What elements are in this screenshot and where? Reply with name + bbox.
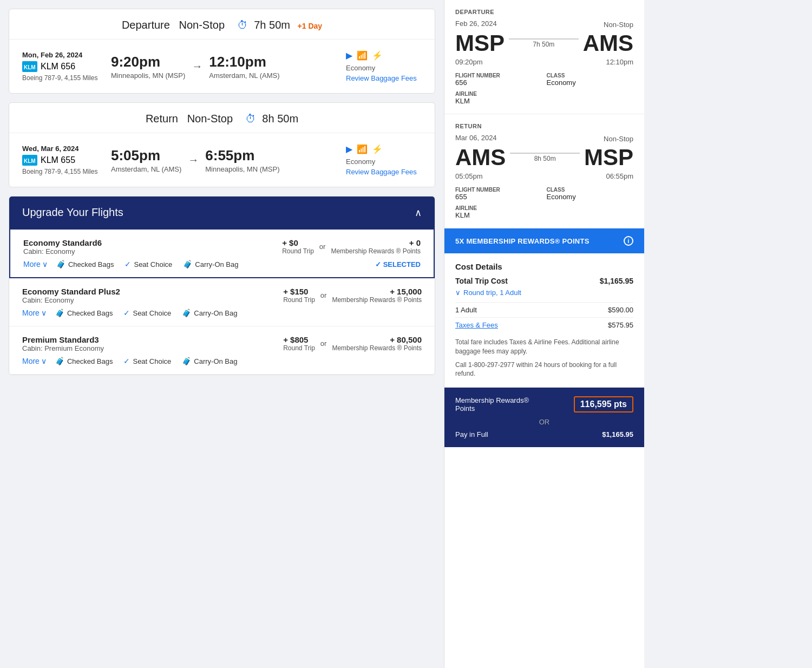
fare-price-section-2: + $150 Round Trip or + 15,000 Membership… [283,287,422,304]
klm-logo: KLM KLM 656 [22,61,98,72]
return-amenities: ▶ 📶 ⚡ Economy Review Baggage Fees [346,144,422,176]
departure-duration: 7h 50m [254,19,290,31]
taxes-value: $575.95 [608,321,633,329]
fare-price-section-1: + $0 Round Trip or + 0 Membership Reward… [282,238,421,255]
play-icon: ▶ [346,50,352,61]
fare-points-3: + 80,500 [332,335,422,344]
fare-bottom-1: More ∨ 🧳 Checked Bags ✓ Seat Choice 🧳 Ca… [23,260,421,268]
return-arrive-city: Minneapolis, MN (MSP) [205,165,279,173]
seat-choice-feature-2: ✓ Seat Choice [123,309,171,317]
return-power-icon: ⚡ [372,144,383,154]
adult-cost-row: 1 Adult $590.00 [455,302,633,317]
fare-cabin-3: Cabin: Premium Economy [22,344,104,352]
sidebar-dep-airline-block: AIRLINE KLM [455,91,542,105]
total-cost-label: Total Trip Cost [455,277,508,285]
sidebar-dep-from-code: MSP [455,32,505,55]
check-icon-3: ✓ [123,357,130,365]
fare-top-3: Premium Standard3 Cabin: Premium Economy… [22,335,422,352]
departure-stop: Non-Stop [179,19,225,31]
departure-time-section: 9:20pm Minneapolis, MN (MSP) → 12:10pm A… [111,54,333,80]
taxes-link[interactable]: Taxes & Fees [455,321,498,329]
taxes-cost-row: Taxes & Fees $575.95 [455,317,633,332]
more-button-2[interactable]: More ∨ [22,309,47,317]
sidebar-dep-class-value: Economy [547,78,634,87]
fare-price-section-3: + $805 Round Trip or + 80,500 Membership… [283,335,422,352]
return-arrive-block: 6:55pm Minneapolis, MN (MSP) [205,147,279,173]
checked-bags-feature-3: 🧳 Checked Bags [55,357,113,365]
fare-name-group-2: Economy Standard Plus2 Cabin: Economy [22,287,120,304]
fare-name-1: Economy Standard6 [23,238,102,247]
fare-features-1: 🧳 Checked Bags ✓ Seat Choice 🧳 Carry-On … [56,260,366,268]
more-button-3[interactable]: More ∨ [22,357,47,365]
sidebar-dep-airline-value: KLM [455,97,542,105]
fare-points-1: + 0 [331,238,421,247]
fare-option-economy-plus2[interactable]: Economy Standard Plus2 Cabin: Economy + … [9,278,435,326]
sidebar-ret-class-value: Economy [547,193,634,201]
fare-name-3: Premium Standard3 [22,335,104,344]
departure-arrive-city: Amsterdam, NL (AMS) [209,71,279,80]
clock-icon: ⏱ [237,19,248,31]
return-flight-num: KLM 655 [41,155,75,165]
rewards-banner: 5X MEMBERSHIP REWARDS® POINTS i [444,228,644,253]
fare-price-2: + $150 [283,287,315,296]
sidebar-dep-line-block: 7h 50m [509,38,579,48]
departure-aircraft: Boeing 787-9, 4,155 Miles [22,74,98,82]
return-aircraft: Boeing 787-9, 4,155 Miles [22,168,98,175]
departure-flight-num: KLM 656 [41,62,75,71]
amenity-icons: ▶ 📶 ⚡ [346,50,422,61]
bag-icon-1: 🧳 [56,260,66,268]
departure-header: Departure Non-Stop ⏱ 7h 50m +1 Day [9,9,435,40]
departure-airline-info: Mon, Feb 26, 2024 KLM KLM 656 Boeing 787… [22,51,98,82]
departure-depart-time: 9:20pm [111,54,185,70]
chevron-down-icon-expand: ∨ [455,289,461,297]
return-flight-card: Return Non-Stop ⏱ 8h 50m Wed, Mar 6, 202… [9,102,435,187]
sidebar-ret-class-label: CLASS [547,187,634,193]
cost-note-1: Total fare includes Taxes & Airline Fees… [455,338,633,356]
fare-price-label-1: Round Trip [282,247,314,255]
fare-points-group-1: + 0 Membership Rewards ® Points [331,238,421,255]
rewards-info-icon[interactable]: i [624,236,633,246]
sidebar-ret-from-code: AMS [455,146,506,169]
return-label: Return [146,113,178,125]
sidebar-departure-section: DEPARTURE Feb 26, 2024 Non-Stop MSP 7h 5… [444,0,644,114]
fare-points-label-3: Membership Rewards ® Points [332,344,422,352]
departure-plus-day: +1 Day [298,22,323,30]
chevron-down-icon-1: ∨ [42,260,48,268]
sidebar-dep-to-code: AMS [583,32,633,55]
return-depart-city: Amsterdam, NL (AMS) [111,165,181,173]
departure-arrive-block: 12:10pm Amsterdam, NL (AMS) [209,54,279,80]
fare-option-economy-standard6[interactable]: Economy Standard6 Cabin: Economy + $0 Ro… [9,228,435,278]
seat-choice-feature-3: ✓ Seat Choice [123,357,171,365]
return-header: Return Non-Stop ⏱ 8h 50m [9,103,435,133]
return-airline-info: Wed, Mar 6, 2024 KLM KLM 655 Boeing 787-… [22,145,98,175]
return-baggage-link[interactable]: Review Baggage Fees [346,168,422,176]
upgrade-toggle-icon[interactable]: ∧ [415,207,422,219]
sidebar-dep-flight-num-block: FLIGHT NUMBER 656 [455,73,542,87]
pay-full-row: Pay in Full $1,165.95 [455,430,633,438]
sidebar-dep-details: FLIGHT NUMBER 656 CLASS Economy AIRLINE … [455,73,633,105]
return-amenity-icons: ▶ 📶 ⚡ [346,144,422,154]
total-cost-row: Total Trip Cost $1,165.95 [455,277,633,285]
fare-option-premium-standard3[interactable]: Premium Standard3 Cabin: Premium Economy… [9,326,435,375]
selected-check-icon: ✓ [375,260,381,268]
departure-label: Departure [122,19,170,31]
fare-top-2: Economy Standard Plus2 Cabin: Economy + … [22,287,422,304]
sidebar-dep-fn-value: 656 [455,78,542,87]
fare-points-2: + 15,000 [332,287,422,296]
expand-trip-button[interactable]: ∨ Round trip, 1 Adult [455,289,633,297]
sidebar-ret-fn-value: 655 [455,193,542,201]
sidebar-ret-duration: 8h 50m [534,155,556,162]
sidebar-ret-stop: Non-Stop [604,135,633,143]
points-row: Membership Rewards® Points 116,595 pts [455,396,633,412]
fare-name-2: Economy Standard Plus2 [22,287,120,296]
arrow-icon: → [192,60,202,73]
return-depart-time: 5:05pm [111,147,181,164]
departure-baggage-link[interactable]: Review Baggage Fees [346,74,422,82]
sidebar: DEPARTURE Feb 26, 2024 Non-Stop MSP 7h 5… [444,0,644,668]
chevron-down-icon-2: ∨ [41,309,47,317]
sidebar-return-label: RETURN [455,123,633,129]
more-button-1[interactable]: More ∨ [23,260,48,268]
expand-label: Round trip, 1 Adult [463,289,521,297]
check-icon-2: ✓ [123,309,130,317]
fare-points-label-1: Membership Rewards ® Points [331,247,421,255]
